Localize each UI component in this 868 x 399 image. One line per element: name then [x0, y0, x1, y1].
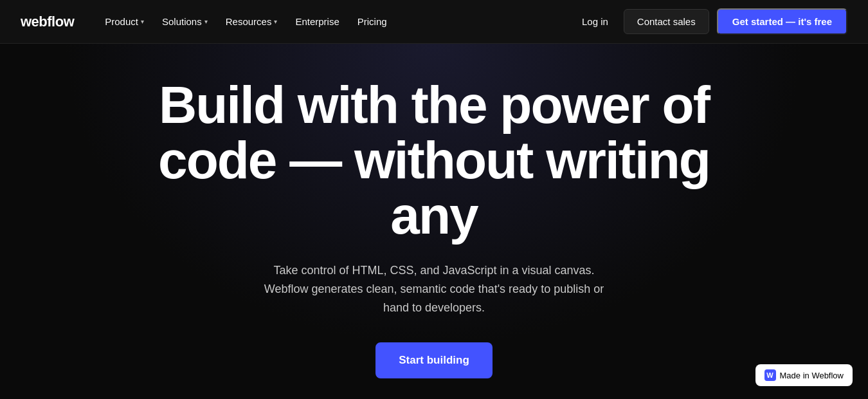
nav-enterprise-label: Enterprise: [295, 16, 339, 27]
webflow-icon: W: [764, 369, 776, 381]
nav-resources-label: Resources: [226, 16, 272, 27]
navbar: webflow Product ▾ Solutions ▾ Resources …: [0, 0, 868, 44]
made-in-webflow-badge[interactable]: W Made in Webflow: [755, 364, 853, 386]
contact-sales-button[interactable]: Contact sales: [624, 9, 709, 34]
nav-enterprise[interactable]: Enterprise: [287, 11, 347, 32]
nav-pricing[interactable]: Pricing: [350, 11, 395, 32]
nav-solutions-label: Solutions: [162, 16, 202, 27]
made-in-webflow-label: Made in Webflow: [780, 371, 844, 380]
chevron-down-icon: ▾: [274, 18, 277, 25]
hero-subtitle: Take control of HTML, CSS, and JavaScrip…: [260, 261, 608, 317]
hero-section: Build with the power of code — without w…: [0, 44, 868, 399]
nav-pricing-label: Pricing: [357, 16, 387, 27]
nav-actions: Log in Contact sales Get started — it's …: [574, 8, 847, 35]
get-started-button[interactable]: Get started — it's free: [717, 8, 847, 35]
chevron-down-icon: ▾: [141, 18, 144, 25]
hero-title: Build with the power of code — without w…: [145, 77, 723, 243]
chevron-down-icon: ▾: [204, 18, 208, 25]
logo[interactable]: webflow: [21, 14, 74, 30]
nav-resources[interactable]: Resources ▾: [218, 11, 285, 32]
nav-product[interactable]: Product ▾: [97, 11, 152, 32]
nav-solutions[interactable]: Solutions ▾: [154, 11, 215, 32]
nav-links: Product ▾ Solutions ▾ Resources ▾ Enterp…: [97, 11, 574, 32]
nav-product-label: Product: [105, 16, 138, 27]
login-link[interactable]: Log in: [574, 11, 616, 32]
start-building-button[interactable]: Start building: [375, 342, 493, 378]
